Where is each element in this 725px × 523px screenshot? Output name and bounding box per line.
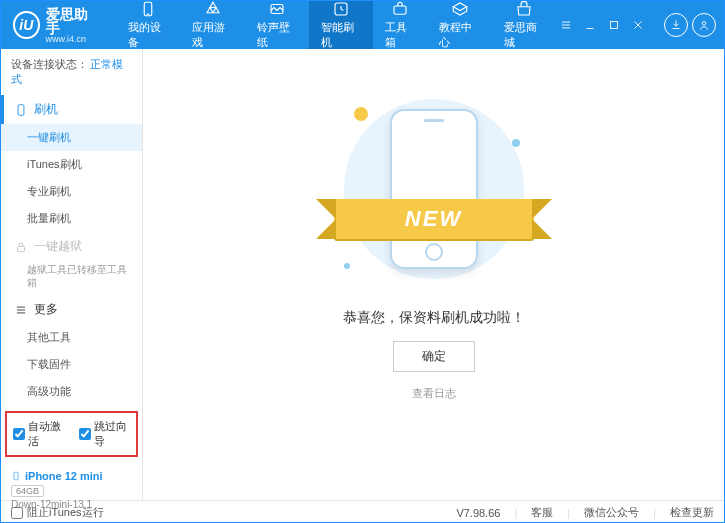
sidebar-item-batch-flash[interactable]: 批量刷机 <box>1 205 142 232</box>
auto-activate-input[interactable] <box>13 428 25 440</box>
nav-label: 我的设备 <box>128 20 168 50</box>
nav-label: 智能刷机 <box>321 20 361 50</box>
main-content: NEW 恭喜您，保资料刷机成功啦！ 确定 查看日志 <box>143 49 724 500</box>
nav-label: 教程中心 <box>439 20 479 50</box>
nav-store[interactable]: 爱思商城 <box>492 1 556 49</box>
connection-label: 设备连接状态： <box>11 58 88 70</box>
nav-label: 工具箱 <box>385 20 415 50</box>
download-button[interactable] <box>664 13 688 37</box>
success-message: 恭喜您，保资料刷机成功啦！ <box>343 309 525 327</box>
success-illustration: NEW <box>324 89 544 289</box>
sidebar-section-more[interactable]: 更多 <box>1 295 142 324</box>
apps-icon <box>204 0 222 18</box>
block-itunes-checkbox[interactable]: 阻止iTunes运行 <box>11 505 104 520</box>
checkbox-label: 阻止iTunes运行 <box>27 505 104 520</box>
sidebar-item-itunes-flash[interactable]: iTunes刷机 <box>1 151 142 178</box>
menu-icon <box>14 303 28 317</box>
titlebar: iU 爱思助手 www.i4.cn 我的设备 应用游戏 铃声壁纸 智能刷机 工具… <box>1 1 724 49</box>
section-label: 更多 <box>34 301 58 318</box>
menu-icon[interactable] <box>556 15 576 35</box>
nav-tutorials[interactable]: 教程中心 <box>427 1 491 49</box>
skip-guide-checkbox[interactable]: 跳过向导 <box>79 419 131 449</box>
nav-ringtones[interactable]: 铃声壁纸 <box>245 1 309 49</box>
svg-rect-4 <box>394 6 406 14</box>
view-log-link[interactable]: 查看日志 <box>412 386 456 401</box>
app-logo: iU 爱思助手 www.i4.cn <box>9 7 98 44</box>
nav-label: 铃声壁纸 <box>257 20 297 50</box>
lock-icon <box>14 240 28 254</box>
phone-icon <box>139 0 157 18</box>
auto-activate-checkbox[interactable]: 自动激活 <box>13 419 65 449</box>
sidebar-item-pro-flash[interactable]: 专业刷机 <box>1 178 142 205</box>
minimize-button[interactable] <box>580 15 600 35</box>
sidebar-section-flash[interactable]: 刷机 <box>1 95 142 124</box>
device-name: iPhone 12 mini <box>25 470 103 482</box>
svg-rect-15 <box>18 246 25 251</box>
customer-service-link[interactable]: 客服 <box>531 505 553 520</box>
svg-rect-9 <box>611 22 618 29</box>
phone-icon <box>14 103 28 117</box>
device-storage: 64GB <box>11 485 44 497</box>
new-ribbon: NEW <box>334 199 534 239</box>
sidebar-item-advanced[interactable]: 高级功能 <box>1 378 142 405</box>
user-button[interactable] <box>692 13 716 37</box>
skip-guide-input[interactable] <box>79 428 91 440</box>
toolbox-icon <box>391 0 409 18</box>
phone-illustration <box>390 109 478 269</box>
wechat-link[interactable]: 微信公众号 <box>584 505 639 520</box>
main-nav: 我的设备 应用游戏 铃声壁纸 智能刷机 工具箱 教程中心 爱思商城 <box>116 1 556 49</box>
logo-icon: iU <box>13 11 40 39</box>
device-name-row[interactable]: iPhone 12 mini <box>11 469 132 483</box>
jailbreak-note: 越狱工具已转移至工具箱 <box>1 261 142 295</box>
nav-toolbox[interactable]: 工具箱 <box>373 1 427 49</box>
tutorial-icon <box>451 0 469 18</box>
nav-smart-flash[interactable]: 智能刷机 <box>309 1 373 49</box>
close-button[interactable] <box>628 15 648 35</box>
version-label: V7.98.66 <box>456 507 500 519</box>
app-url: www.i4.cn <box>46 35 99 44</box>
section-label: 刷机 <box>34 101 58 118</box>
flash-icon <box>332 0 350 18</box>
block-itunes-input[interactable] <box>11 507 23 519</box>
sidebar-item-download-firmware[interactable]: 下载固件 <box>1 351 142 378</box>
wallpaper-icon <box>268 0 286 18</box>
nav-label: 爱思商城 <box>504 20 544 50</box>
check-update-link[interactable]: 检查更新 <box>670 505 714 520</box>
nav-my-device[interactable]: 我的设备 <box>116 1 180 49</box>
checkbox-label: 自动激活 <box>28 419 65 449</box>
svg-rect-14 <box>18 104 24 115</box>
phone-icon <box>11 469 21 483</box>
app-name: 爱思助手 <box>46 7 99 35</box>
maximize-button[interactable] <box>604 15 624 35</box>
sidebar: 设备连接状态：正常模式 刷机 一键刷机 iTunes刷机 专业刷机 批量刷机 一… <box>1 49 143 500</box>
ok-button[interactable]: 确定 <box>393 341 475 372</box>
checkbox-highlight-box: 自动激活 跳过向导 <box>5 411 138 457</box>
checkbox-label: 跳过向导 <box>94 419 131 449</box>
connection-status: 设备连接状态：正常模式 <box>1 49 142 95</box>
section-label: 一键越狱 <box>34 238 82 255</box>
window-controls <box>556 13 716 37</box>
store-icon <box>515 0 533 18</box>
sidebar-item-other-tools[interactable]: 其他工具 <box>1 324 142 351</box>
sidebar-section-jailbreak[interactable]: 一键越狱 <box>1 232 142 261</box>
sidebar-item-oneclick-flash[interactable]: 一键刷机 <box>1 124 142 151</box>
nav-label: 应用游戏 <box>192 20 232 50</box>
svg-rect-19 <box>14 472 18 480</box>
svg-point-13 <box>702 22 706 26</box>
nav-apps-games[interactable]: 应用游戏 <box>180 1 244 49</box>
